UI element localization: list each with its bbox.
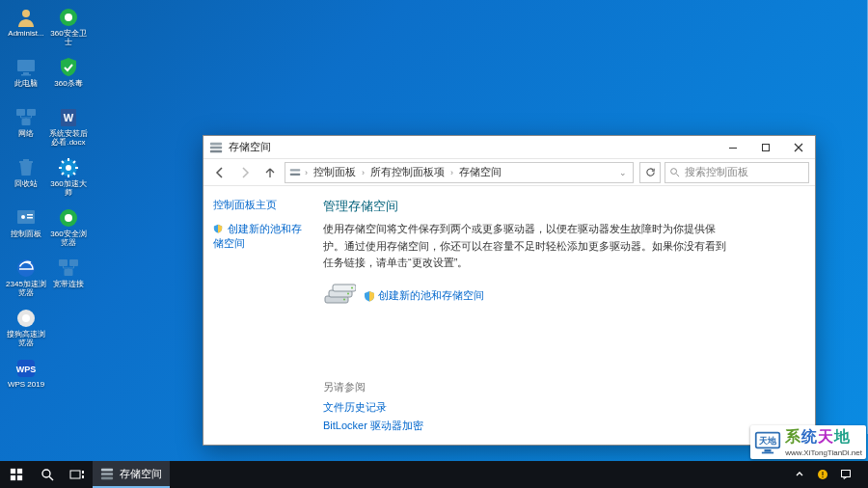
desktop-icon-install-notes[interactable]: W系统安装后必看.docx (48, 106, 89, 154)
desktop-icon-360-browser[interactable]: 360安全浏览器 (48, 206, 89, 255)
storage-spaces-icon (209, 141, 223, 154)
shield-icon (364, 290, 375, 302)
taskbar-app-storage-spaces[interactable]: 存储空间 (93, 461, 170, 488)
taskbar-search-button[interactable] (33, 461, 62, 488)
watermark: 天地 系统天地 www.XiTongTianDi.net (750, 425, 866, 459)
svg-rect-5 (21, 74, 31, 76)
desktop-icon-sogou-browser[interactable]: 搜狗高速浏览器 (6, 307, 46, 355)
file-history-link[interactable]: 文件历史记录 (323, 400, 800, 415)
svg-text:W: W (64, 112, 74, 123)
breadcrumb-dropdown-icon[interactable]: ⌄ (617, 168, 629, 177)
wps-2019-icon: WPS (14, 357, 38, 380)
desktop-icon-360-sd[interactable]: 360杀毒 (48, 56, 89, 104)
main-content: 管理存储空间 使用存储空间将文件保存到两个或更多驱动器，以便在驱动器发生故障时为… (319, 186, 815, 445)
svg-rect-11 (19, 161, 33, 163)
desktop-icon-label: 360加速大师 (47, 180, 90, 198)
minimize-button[interactable] (717, 136, 749, 159)
watermark-logo: 天地 系统天地 www.XiTongTianDi.net (750, 425, 866, 459)
control-panel-home-link[interactable]: 控制面板主页 (213, 198, 310, 212)
sogou-browser-icon (14, 307, 38, 330)
see-also-section: 另请参阅 文件历史记录 BitLocker 驱动器加密 (323, 372, 800, 437)
desktop-icon-label: 2345加速浏览器 (5, 281, 47, 298)
create-pool-link[interactable]: 创建新的池和存储空间 (378, 289, 484, 301)
this-pc-icon (14, 56, 38, 79)
window-controls (717, 136, 815, 159)
up-button[interactable] (259, 162, 281, 183)
desktop-icon-label: 宽带连接 (47, 281, 90, 289)
create-pool-action: 创建新的池和存储空间 (323, 284, 800, 309)
svg-rect-44 (765, 449, 772, 452)
desktop-icon-recycle-bin[interactable]: 回收站 (6, 156, 46, 204)
create-new-pool-link[interactable]: 创建新的池和存储空间 (213, 222, 310, 251)
search-icon (669, 167, 681, 177)
breadcrumb-current[interactable]: 存储空间 (457, 165, 503, 179)
desktop-icon-360-safe[interactable]: 360安全卫士 (48, 6, 89, 54)
desktop-icon-network[interactable]: 网络 (6, 106, 46, 154)
svg-point-36 (671, 169, 677, 175)
desktop-icon-broadband[interactable]: 宽带连接 (48, 257, 89, 305)
nav-sidebar: 控制面板主页 创建新的池和存储空间 (203, 186, 319, 445)
forward-button[interactable] (234, 162, 256, 183)
svg-rect-22 (59, 259, 68, 266)
back-button[interactable] (209, 162, 231, 183)
desktop-icon-label: WPS 2019 (5, 381, 47, 390)
svg-rect-3 (17, 60, 35, 71)
tray-chevron-icon[interactable] (791, 466, 808, 483)
refresh-button[interactable] (639, 162, 661, 183)
window-title: 存储空间 (229, 140, 271, 154)
tray-notifications-icon[interactable] (837, 466, 854, 483)
desktop-icon-administrator[interactable]: Administ... (6, 6, 46, 54)
svg-rect-32 (729, 148, 737, 149)
close-button[interactable] (782, 136, 815, 159)
breadcrumb-sep: › (360, 168, 366, 177)
svg-rect-57 (101, 477, 113, 480)
start-button[interactable] (0, 461, 33, 488)
svg-point-0 (22, 10, 30, 17)
tray-security-icon[interactable] (814, 466, 831, 483)
svg-rect-52 (70, 471, 80, 478)
svg-point-51 (42, 470, 50, 477)
360-safe-icon (57, 6, 80, 29)
svg-rect-56 (101, 473, 113, 475)
control-panel-icon (14, 206, 38, 230)
system-tray (791, 466, 868, 483)
breadcrumb[interactable]: › 控制面板 › 所有控制面板项 › 存储空间 ⌄ (285, 162, 634, 183)
svg-rect-35 (290, 173, 301, 175)
svg-point-20 (65, 214, 72, 222)
desktop-icon-label: 控制面板 (5, 230, 47, 239)
title-bar[interactable]: 存储空间 (203, 136, 815, 159)
network-icon (14, 106, 38, 129)
breadcrumb-control-panel[interactable]: 控制面板 (312, 165, 358, 179)
svg-point-40 (351, 286, 353, 288)
2345-browser-icon (14, 257, 38, 280)
desktop-icon-control-panel[interactable]: 控制面板 (6, 206, 46, 255)
svg-rect-24 (65, 269, 73, 276)
svg-rect-4 (23, 72, 29, 74)
svg-rect-7 (27, 109, 36, 116)
360-sd-icon (57, 56, 80, 79)
breadcrumb-all-items[interactable]: 所有控制面板项 (368, 165, 447, 179)
desktop-icon-label: 搜狗高速浏览器 (5, 331, 47, 348)
watermark-brand: 系统天地 (785, 427, 862, 447)
svg-rect-54 (82, 475, 84, 478)
breadcrumb-root-icon (289, 167, 301, 178)
desktop-icon-360-speed[interactable]: 360加速大师 (48, 156, 89, 204)
svg-point-42 (343, 298, 345, 300)
svg-text:天地: 天地 (758, 435, 777, 445)
bitlocker-link[interactable]: BitLocker 驱动器加密 (323, 419, 800, 433)
shield-icon (213, 223, 225, 234)
desktop-icon-wps-2019[interactable]: WPSWPS 2019 (6, 357, 46, 405)
svg-rect-17 (27, 214, 33, 216)
taskbar-taskview-button[interactable] (62, 461, 93, 488)
desktop-icon-label: Administ... (5, 30, 47, 39)
360-speed-icon (57, 156, 80, 179)
svg-rect-53 (82, 471, 84, 474)
maximize-button[interactable] (749, 136, 782, 159)
address-bar: › 控制面板 › 所有控制面板项 › 存储空间 ⌄ 搜索控制面板 (203, 159, 815, 186)
desktop-icon-2345-browser[interactable]: 2345加速浏览器 (6, 257, 46, 305)
desktop-icon-label: 回收站 (5, 180, 47, 189)
search-box[interactable]: 搜索控制面板 (665, 162, 809, 183)
content-heading: 管理存储空间 (323, 198, 800, 215)
desktop-icon-this-pc[interactable]: 此电脑 (6, 56, 46, 104)
window-body: 控制面板主页 创建新的池和存储空间 管理存储空间 使用存储空间将文件保存到两个或… (203, 186, 815, 445)
